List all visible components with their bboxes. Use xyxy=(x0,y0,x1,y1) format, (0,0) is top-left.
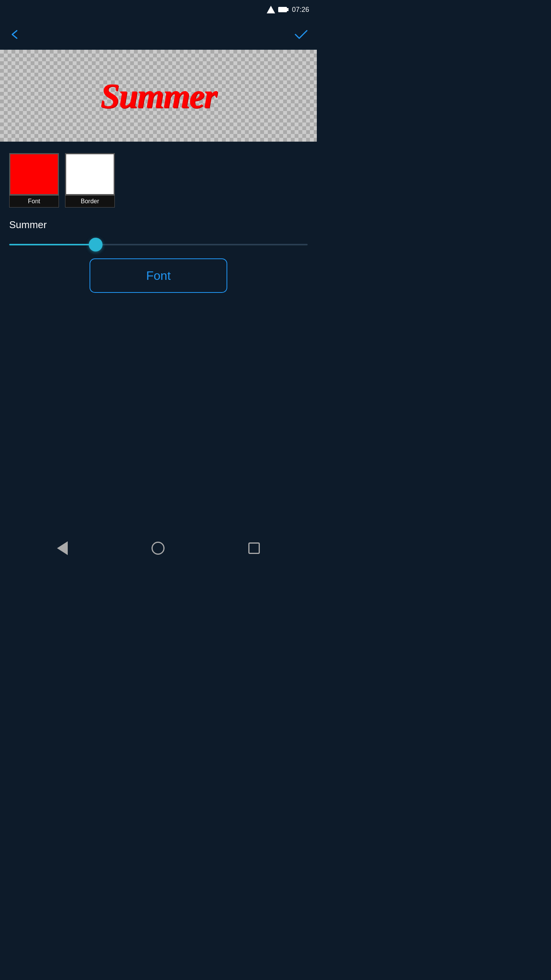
border-color-swatch[interactable]: Border xyxy=(65,153,115,207)
font-button-label: Font xyxy=(146,269,171,283)
confirm-button[interactable] xyxy=(295,29,308,40)
battery-icon xyxy=(278,7,289,13)
nav-home-button[interactable] xyxy=(152,542,165,555)
toolbar xyxy=(0,19,317,50)
color-swatches: Font Border xyxy=(9,153,308,207)
size-slider-container xyxy=(9,240,308,247)
svg-rect-2 xyxy=(287,8,289,11)
back-button[interactable] xyxy=(9,29,21,40)
recents-square-icon xyxy=(248,542,260,554)
nav-bar xyxy=(0,533,317,564)
status-icons: 07:26 xyxy=(267,6,309,14)
border-color-label: Border xyxy=(65,195,115,207)
signal-icon xyxy=(267,6,275,13)
border-color-box xyxy=(65,153,115,195)
nav-back-button[interactable] xyxy=(57,541,68,555)
size-slider[interactable] xyxy=(9,244,308,245)
status-bar: 07:26 xyxy=(0,0,317,19)
text-value-display: Summer xyxy=(9,219,308,231)
font-color-label: Font xyxy=(9,195,59,207)
nav-recents-button[interactable] xyxy=(248,542,260,554)
svg-marker-0 xyxy=(267,6,275,13)
svg-rect-1 xyxy=(278,7,287,12)
preview-text: Summer xyxy=(100,76,216,116)
back-triangle-icon xyxy=(57,541,68,555)
status-time: 07:26 xyxy=(292,6,309,14)
preview-area: Summer xyxy=(0,50,317,142)
font-color-swatch[interactable]: Font xyxy=(9,153,59,207)
font-picker-button[interactable]: Font xyxy=(90,258,227,293)
home-circle-icon xyxy=(152,542,165,555)
controls-area: Font Border Summer Font xyxy=(0,142,317,304)
font-color-box xyxy=(9,153,59,195)
